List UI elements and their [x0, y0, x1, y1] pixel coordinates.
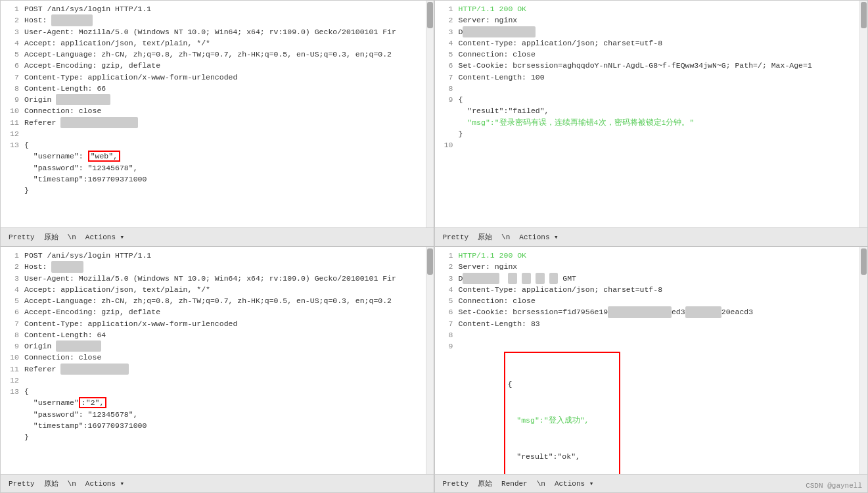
panel-bottom-left: 1POST /ani/sys/login HTTP/1.1 2Host: ■■■… [0, 246, 434, 493]
code-line: 7Content-Type: application/x-www-form-ur… [6, 72, 428, 83]
newline-button[interactable]: \n [534, 479, 548, 489]
code-line: 1POST /ani/sys/login HTTP/1.1 [6, 250, 428, 261]
code-line: 1POST /ani/sys/login HTTP/1.1 [6, 3, 428, 14]
newline-button[interactable]: \n [65, 232, 79, 243]
code-line: 12 [6, 128, 428, 139]
code-line: 7Content-Length: 83 [440, 318, 863, 329]
toolbar-top-right: Pretty 原始 \n Actions ▾ [435, 227, 868, 246]
code-line: 8 [440, 83, 863, 94]
code-line: 2Server: nginx [440, 261, 863, 272]
pretty-button[interactable]: Pretty [440, 232, 472, 243]
code-line: "username": "web", [6, 151, 428, 162]
actions-button[interactable]: Actions ▾ [83, 231, 127, 243]
code-line: } [440, 128, 863, 139]
code-line: 6Accept-Encoding: gzip, deflate [6, 60, 428, 71]
blurred-value: ■■■■■■■■■■■■ [56, 94, 110, 105]
blurred-value2: ■■ [508, 273, 517, 284]
code-line: 8 [440, 329, 863, 340]
code-line: 5Accept-Language: zh-CN, zh;q=0.8, zh-TW… [6, 295, 428, 306]
code-line: "password": "12345678", [6, 409, 428, 420]
raw-button[interactable]: 原始 [475, 231, 495, 243]
toolbar-bottom-left: Pretty 原始 \n Actions ▾ [1, 474, 434, 492]
pretty-button[interactable]: Pretty [6, 479, 37, 489]
blurred-value: ■■■■■■■■■ [51, 14, 92, 26]
main-container: 1POST /ani/sys/login HTTP/1.1 2Host: ■■■… [0, 0, 868, 493]
panel-top-right: 1HTTP/1.1 200 OK 2Server: nginx 3D■■■■■■… [434, 0, 869, 246]
blurred-value: ■■■■■■■■■■■■■■■■ [463, 26, 535, 37]
code-line: 7Content-Type: application/x-www-form-ur… [6, 318, 428, 329]
response-content-top-right: 1HTTP/1.1 200 OK 2Server: nginx 3D■■■■■■… [435, 1, 868, 227]
code-line: 9 { "msg":"登入成功", "result":"ok", "data":… [440, 340, 863, 474]
newline-button[interactable]: \n [65, 479, 79, 489]
code-line: 2Server: nginx [440, 14, 863, 26]
code-line: "timestamp":1697709371000 [6, 174, 428, 185]
code-line: 6Set-Cookie: bcrsession=f1d7956e19■■■■■■… [440, 306, 863, 317]
code-line: 4Accept: application/json, text/plain, *… [6, 37, 428, 49]
newline-button[interactable]: \n [499, 232, 513, 243]
scroll-thumb[interactable] [427, 248, 433, 275]
code-line: "password": "12345678", [6, 162, 428, 174]
code-line: 11Referer ■■■■■■■■■■■■■■■■■ [6, 117, 428, 128]
code-line: 3D■■■■■■■■■■■■■■■■ [440, 26, 863, 37]
raw-button[interactable]: 原始 [41, 231, 61, 243]
blurred-value: ■■■■■■■■■■■■■■■■■ [60, 117, 137, 128]
code-line: 9Origin ■■■■■■■■■■ [6, 340, 428, 352]
code-line: 9{ [440, 94, 863, 105]
code-line: 13{ [6, 386, 428, 397]
code-line: 2Host: ■■■■■■■ [6, 261, 428, 272]
raw-button[interactable]: 原始 [475, 477, 495, 490]
code-line: 8Content-Length: 64 [6, 329, 428, 340]
code-line: } [6, 431, 428, 442]
code-line: 13{ [6, 139, 428, 151]
code-line: 4Content-Type: application/json; charset… [440, 284, 863, 295]
code-line: 3D■■■■■■■■ ■■ ■■ ■■ ■■ GMT [440, 273, 863, 284]
panel-top-left: 1POST /ani/sys/login HTTP/1.1 2Host: ■■■… [0, 0, 434, 246]
code-line: 7Content-Length: 100 [440, 72, 863, 83]
request-content-bottom-left: 1POST /ani/sys/login HTTP/1.1 2Host: ■■■… [1, 247, 434, 474]
code-line: 10Connection: close [6, 105, 428, 116]
request-content-top-left: 1POST /ani/sys/login HTTP/1.1 2Host: ■■■… [1, 1, 434, 227]
code-line: 1HTTP/1.1 200 OK [440, 3, 863, 14]
code-line: 10 [440, 139, 863, 151]
blurred-value: ■■■■■■■■■■ [56, 340, 101, 352]
code-line: 6Accept-Encoding: gzip, deflate [6, 306, 428, 317]
panel-bottom-right: 1HTTP/1.1 200 OK 2Server: nginx 3D■■■■■■… [434, 246, 869, 493]
scrollbar[interactable] [859, 1, 867, 227]
response-content-bottom-right: 1HTTP/1.1 200 OK 2Server: nginx 3D■■■■■■… [435, 247, 868, 474]
blurred-value: ■■■■■■■■ [463, 273, 499, 284]
blurred-value: ■■■■■■■■■■■■■■■ [60, 364, 129, 375]
code-line: "timestamp":1697709371000 [6, 420, 428, 431]
scrollbar[interactable] [426, 1, 434, 227]
toolbar-top-left: Pretty 原始 \n Actions ▾ [1, 227, 434, 246]
watermark: CSDN @gaynell [806, 482, 862, 490]
code-line: 3User-Agent: Mozilla/5.0 (Windows NT 10.… [6, 273, 428, 284]
scrollbar[interactable] [859, 247, 867, 474]
code-line: 9Origin ■■■■■■■■■■■■ [6, 94, 428, 105]
code-line: "result":"failed", [440, 105, 863, 116]
code-line: 4Content-Type: application/json; charset… [440, 37, 863, 49]
actions-button[interactable]: Actions ▾ [83, 478, 127, 489]
code-line: 6Set-Cookie: bcrsession=aghqqdoY-nNLr-Ag… [440, 60, 863, 71]
code-line: } [6, 185, 428, 196]
scrollbar[interactable] [426, 247, 434, 474]
code-line: 1HTTP/1.1 200 OK [440, 250, 863, 261]
scroll-thumb[interactable] [861, 248, 867, 275]
raw-button[interactable]: 原始 [41, 477, 61, 490]
code-line: 8Content-Length: 66 [6, 83, 428, 94]
scroll-thumb[interactable] [861, 2, 867, 28]
render-button[interactable]: Render [499, 479, 530, 489]
code-line: 11Referer ■■■■■■■■■■■■■■■ [6, 364, 428, 375]
pretty-button[interactable]: Pretty [440, 479, 472, 489]
code-line: 2Host: ■■■■■■■■■ [6, 14, 428, 26]
code-line: 5Accept-Language: zh-CN, zh;q=0.8, zh-TW… [6, 49, 428, 60]
actions-button[interactable]: Actions ▾ [552, 478, 596, 489]
toolbar-bottom-right: Pretty 原始 Render \n Actions ▾ [435, 474, 868, 492]
scroll-thumb[interactable] [427, 2, 433, 28]
blurred-value: ■■■■■■■■■■■■■■ [608, 306, 672, 317]
pretty-button[interactable]: Pretty [6, 232, 37, 243]
code-line: 3User-Agent: Mozilla/5.0 (Windows NT 10.… [6, 26, 428, 37]
code-line: "username":"2", [6, 397, 428, 408]
code-line: 4Accept: application/json, text/plain, *… [6, 284, 428, 295]
code-line: 5Connection: close [440, 295, 863, 306]
actions-button[interactable]: Actions ▾ [516, 231, 560, 243]
